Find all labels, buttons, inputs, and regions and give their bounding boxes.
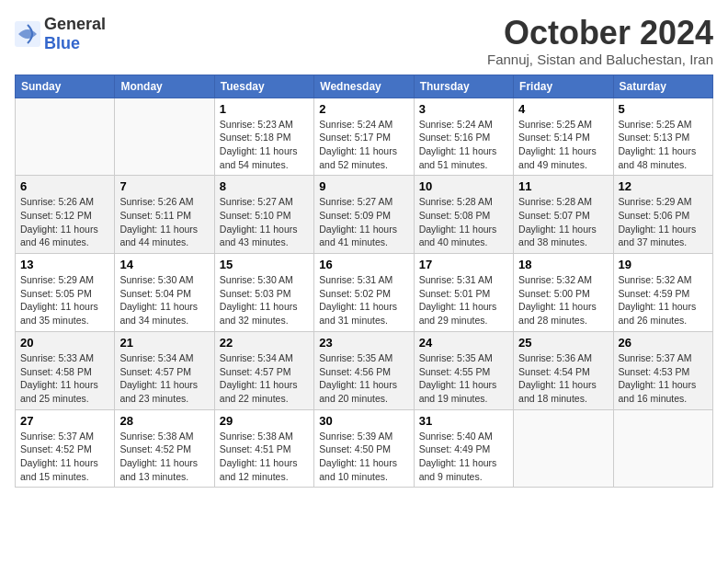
day-info: Sunrise: 5:30 AM Sunset: 5:03 PM Dayligh…	[220, 273, 309, 327]
day-info: Sunrise: 5:31 AM Sunset: 5:01 PM Dayligh…	[419, 273, 508, 327]
col-thursday: Thursday	[414, 75, 513, 98]
calendar-cell: 9Sunrise: 5:27 AM Sunset: 5:09 PM Daylig…	[314, 176, 414, 254]
logo-blue: Blue	[44, 34, 80, 52]
col-monday: Monday	[115, 75, 214, 98]
day-info: Sunrise: 5:38 AM Sunset: 4:51 PM Dayligh…	[220, 430, 309, 484]
day-info: Sunrise: 5:33 AM Sunset: 4:58 PM Dayligh…	[20, 351, 109, 406]
calendar-cell: 20Sunrise: 5:33 AM Sunset: 4:58 PM Dayli…	[16, 331, 115, 409]
day-number: 10	[419, 179, 508, 193]
calendar-cell: 1Sunrise: 5:23 AM Sunset: 5:18 PM Daylig…	[214, 98, 313, 176]
day-number: 3	[419, 102, 508, 116]
calendar-cell: 14Sunrise: 5:30 AM Sunset: 5:04 PM Dayli…	[115, 254, 214, 332]
calendar-week-1: 1Sunrise: 5:23 AM Sunset: 5:18 PM Daylig…	[16, 98, 713, 176]
day-info: Sunrise: 5:29 AM Sunset: 5:05 PM Dayligh…	[20, 273, 109, 327]
day-number: 14	[119, 258, 209, 271]
day-info: Sunrise: 5:36 AM Sunset: 4:54 PM Dayligh…	[518, 351, 608, 406]
day-info: Sunrise: 5:34 AM Sunset: 4:57 PM Dayligh…	[119, 351, 209, 406]
day-number: 24	[419, 336, 508, 350]
day-info: Sunrise: 5:28 AM Sunset: 5:08 PM Dayligh…	[419, 195, 508, 249]
calendar-cell: 8Sunrise: 5:27 AM Sunset: 5:10 PM Daylig…	[214, 176, 313, 254]
calendar-cell: 28Sunrise: 5:38 AM Sunset: 4:52 PM Dayli…	[115, 409, 214, 488]
day-number: 9	[319, 179, 408, 193]
day-info: Sunrise: 5:35 AM Sunset: 4:55 PM Dayligh…	[419, 351, 508, 406]
day-number: 1	[220, 102, 309, 116]
day-number: 21	[119, 336, 209, 350]
day-info: Sunrise: 5:25 AM Sunset: 5:14 PM Dayligh…	[518, 118, 608, 172]
calendar-cell	[115, 98, 214, 176]
calendar-cell: 29Sunrise: 5:38 AM Sunset: 4:51 PM Dayli…	[214, 409, 313, 488]
day-number: 28	[119, 414, 209, 428]
day-info: Sunrise: 5:34 AM Sunset: 4:57 PM Dayligh…	[220, 351, 309, 406]
day-number: 11	[518, 179, 608, 193]
logo-text: General Blue	[44, 15, 106, 53]
day-number: 13	[20, 258, 109, 271]
day-number: 29	[220, 414, 309, 428]
logo-icon	[15, 21, 40, 47]
calendar-cell: 21Sunrise: 5:34 AM Sunset: 4:57 PM Dayli…	[115, 331, 214, 409]
day-info: Sunrise: 5:40 AM Sunset: 4:49 PM Dayligh…	[419, 430, 508, 484]
calendar-cell: 12Sunrise: 5:29 AM Sunset: 5:06 PM Dayli…	[613, 176, 712, 254]
calendar-cell: 17Sunrise: 5:31 AM Sunset: 5:01 PM Dayli…	[414, 254, 513, 332]
calendar-cell: 4Sunrise: 5:25 AM Sunset: 5:14 PM Daylig…	[514, 98, 613, 176]
day-info: Sunrise: 5:29 AM Sunset: 5:06 PM Dayligh…	[619, 195, 708, 249]
day-info: Sunrise: 5:24 AM Sunset: 5:16 PM Dayligh…	[419, 118, 508, 172]
day-number: 16	[319, 258, 408, 271]
day-info: Sunrise: 5:27 AM Sunset: 5:09 PM Dayligh…	[319, 195, 408, 249]
day-info: Sunrise: 5:26 AM Sunset: 5:12 PM Dayligh…	[20, 195, 109, 249]
page-header: General Blue October 2024 Fannuj, Sistan…	[15, 15, 713, 67]
logo-general: General	[44, 15, 106, 33]
calendar-cell	[613, 409, 712, 488]
calendar-cell: 26Sunrise: 5:37 AM Sunset: 4:53 PM Dayli…	[613, 331, 712, 409]
day-info: Sunrise: 5:38 AM Sunset: 4:52 PM Dayligh…	[119, 430, 209, 484]
day-info: Sunrise: 5:24 AM Sunset: 5:17 PM Dayligh…	[319, 118, 408, 172]
col-friday: Friday	[514, 75, 613, 98]
day-number: 15	[220, 258, 309, 271]
day-number: 19	[619, 258, 708, 271]
col-saturday: Saturday	[613, 75, 712, 98]
calendar-header-row: Sunday Monday Tuesday Wednesday Thursday…	[16, 75, 713, 98]
calendar-week-5: 27Sunrise: 5:37 AM Sunset: 4:52 PM Dayli…	[16, 409, 713, 488]
day-number: 22	[220, 336, 309, 350]
day-info: Sunrise: 5:31 AM Sunset: 5:02 PM Dayligh…	[319, 273, 408, 327]
calendar-cell: 7Sunrise: 5:26 AM Sunset: 5:11 PM Daylig…	[115, 176, 214, 254]
calendar-cell: 10Sunrise: 5:28 AM Sunset: 5:08 PM Dayli…	[414, 176, 513, 254]
calendar-cell: 27Sunrise: 5:37 AM Sunset: 4:52 PM Dayli…	[16, 409, 115, 488]
calendar-cell: 6Sunrise: 5:26 AM Sunset: 5:12 PM Daylig…	[16, 176, 115, 254]
day-info: Sunrise: 5:23 AM Sunset: 5:18 PM Dayligh…	[220, 118, 309, 172]
day-number: 17	[419, 258, 508, 271]
location-subtitle: Fannuj, Sistan and Baluchestan, Iran	[487, 52, 713, 67]
day-number: 7	[119, 179, 209, 193]
title-block: October 2024 Fannuj, Sistan and Baluches…	[487, 15, 713, 67]
col-wednesday: Wednesday	[314, 75, 414, 98]
day-info: Sunrise: 5:25 AM Sunset: 5:13 PM Dayligh…	[619, 118, 708, 172]
calendar-week-2: 6Sunrise: 5:26 AM Sunset: 5:12 PM Daylig…	[16, 176, 713, 254]
day-info: Sunrise: 5:27 AM Sunset: 5:10 PM Dayligh…	[220, 195, 309, 249]
calendar-cell: 31Sunrise: 5:40 AM Sunset: 4:49 PM Dayli…	[414, 409, 513, 488]
day-info: Sunrise: 5:26 AM Sunset: 5:11 PM Dayligh…	[119, 195, 209, 249]
calendar-cell: 11Sunrise: 5:28 AM Sunset: 5:07 PM Dayli…	[514, 176, 613, 254]
day-number: 31	[419, 414, 508, 428]
day-number: 23	[319, 336, 408, 350]
day-number: 25	[518, 336, 608, 350]
calendar-week-4: 20Sunrise: 5:33 AM Sunset: 4:58 PM Dayli…	[16, 331, 713, 409]
calendar-cell: 19Sunrise: 5:32 AM Sunset: 4:59 PM Dayli…	[613, 254, 712, 332]
calendar-table: Sunday Monday Tuesday Wednesday Thursday…	[15, 75, 713, 488]
calendar-cell: 25Sunrise: 5:36 AM Sunset: 4:54 PM Dayli…	[514, 331, 613, 409]
day-number: 12	[619, 179, 708, 193]
day-number: 4	[518, 102, 608, 116]
calendar-cell: 24Sunrise: 5:35 AM Sunset: 4:55 PM Dayli…	[414, 331, 513, 409]
calendar-cell	[16, 98, 115, 176]
calendar-cell: 30Sunrise: 5:39 AM Sunset: 4:50 PM Dayli…	[314, 409, 414, 488]
col-sunday: Sunday	[16, 75, 115, 98]
calendar-cell: 23Sunrise: 5:35 AM Sunset: 4:56 PM Dayli…	[314, 331, 414, 409]
calendar-cell	[514, 409, 613, 488]
day-number: 20	[20, 336, 109, 350]
calendar-cell: 15Sunrise: 5:30 AM Sunset: 5:03 PM Dayli…	[214, 254, 313, 332]
calendar-cell: 22Sunrise: 5:34 AM Sunset: 4:57 PM Dayli…	[214, 331, 313, 409]
day-info: Sunrise: 5:30 AM Sunset: 5:04 PM Dayligh…	[119, 273, 209, 327]
day-info: Sunrise: 5:35 AM Sunset: 4:56 PM Dayligh…	[319, 351, 408, 406]
day-number: 26	[619, 336, 708, 350]
day-info: Sunrise: 5:28 AM Sunset: 5:07 PM Dayligh…	[518, 195, 608, 249]
calendar-cell: 3Sunrise: 5:24 AM Sunset: 5:16 PM Daylig…	[414, 98, 513, 176]
day-info: Sunrise: 5:37 AM Sunset: 4:52 PM Dayligh…	[20, 430, 109, 484]
